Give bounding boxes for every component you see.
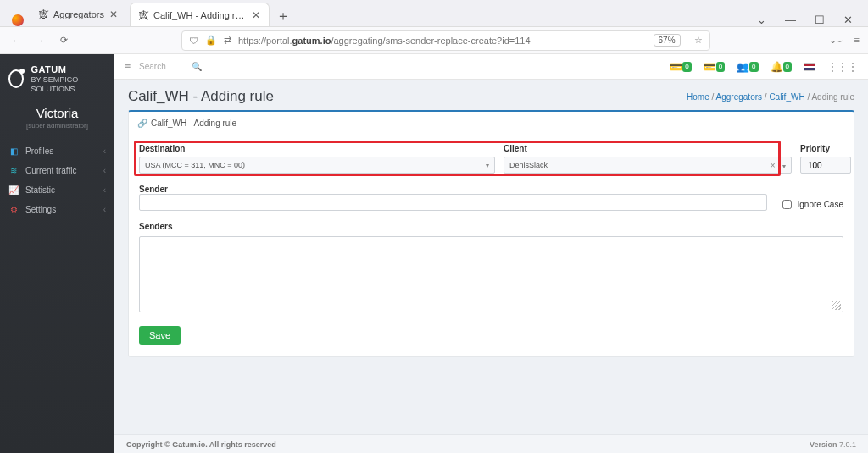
- chevron-left-icon: ‹: [103, 205, 106, 214]
- chevron-down-icon: ▾: [782, 163, 786, 170]
- brand: GATUM BY SEMPICO SOLUTIONS: [0, 54, 114, 99]
- zoom-indicator[interactable]: 67%: [654, 34, 681, 47]
- notif-credit-red[interactable]: 💳0: [704, 61, 725, 73]
- senders-label: Senders: [139, 222, 843, 231]
- sidebar-item-label: Statistic: [25, 185, 55, 195]
- menu-toggle-button[interactable]: ≡: [125, 61, 131, 73]
- profile-icon: ◧: [8, 146, 19, 156]
- tab-title: Calif_WH - Adding rule: [153, 10, 247, 20]
- notif-credit[interactable]: 💳0: [670, 61, 691, 73]
- panel-title: Calif_WH - Adding rule: [151, 119, 236, 128]
- client-value: DenisSlack: [509, 161, 548, 169]
- nav-forward-button: →: [32, 36, 47, 46]
- priority-input[interactable]: [800, 157, 851, 174]
- sidebar-item-profiles[interactable]: ◧Profiles ‹: [0, 141, 114, 161]
- priority-field[interactable]: [806, 160, 845, 171]
- clear-icon[interactable]: ×: [771, 161, 776, 170]
- sidebar: GATUM BY SEMPICO SOLUTIONS Victoria [sup…: [0, 54, 114, 453]
- sidebar-item-traffic[interactable]: ≋Current traffic ‹: [0, 161, 114, 180]
- apps-grid-icon[interactable]: ⋮⋮⋮: [827, 61, 858, 73]
- sender-label: Sender: [139, 185, 168, 194]
- chevron-down-icon[interactable]: ⌄: [757, 14, 766, 26]
- client-label: Client: [504, 144, 792, 153]
- statistic-icon: 📈: [8, 185, 19, 195]
- nav-reload-button[interactable]: ⟳: [56, 35, 71, 46]
- ignore-case-checkbox[interactable]: Ignore Case: [779, 197, 843, 212]
- sidebar-item-label: Profiles: [25, 146, 53, 156]
- sidebar-item-label: Current traffic: [25, 166, 76, 175]
- tab-title: Aggregators: [53, 9, 104, 19]
- page-title: Calif_WH - Adding rule: [128, 88, 274, 105]
- crumb-home[interactable]: Home: [687, 92, 709, 102]
- window-maximize-button[interactable]: ☐: [815, 14, 825, 26]
- close-icon[interactable]: ✕: [109, 8, 118, 20]
- link-icon: 🔗: [137, 119, 147, 128]
- app-menu-button[interactable]: ≡: [854, 35, 860, 46]
- notif-users[interactable]: 👥0: [737, 61, 758, 73]
- settings-icon: ⚙: [8, 205, 19, 214]
- panel: 🔗 Calif_WH - Adding rule Destination USA…: [128, 110, 854, 357]
- user-name: Victoria: [3, 106, 111, 120]
- user-role: [super administrator]: [3, 122, 111, 130]
- sidebar-item-statistic[interactable]: 📈Statistic ‹: [0, 180, 114, 200]
- url-bar[interactable]: 🛡 🔒 ⇄ https://portal.gatum.io/aggregatin…: [181, 30, 710, 51]
- window-close-button[interactable]: ✕: [843, 14, 853, 26]
- topbar: ≡ Search 🔍 💳0 💳0 👥0 🔔0 ⋮⋮⋮: [114, 54, 868, 80]
- destination-value: USA (MCC = 311, MNC = 00): [145, 161, 245, 169]
- language-flag[interactable]: [804, 63, 815, 71]
- permissions-icon: ⇄: [224, 35, 231, 46]
- browser-toolbar: ← → ⟳ 🛡 🔒 ⇄ https://portal.gatum.io/aggr…: [0, 27, 868, 54]
- pocket-icon[interactable]: ⌄⌣: [829, 35, 843, 46]
- senders-textarea[interactable]: [139, 236, 843, 312]
- chevron-left-icon: ‹: [103, 146, 106, 156]
- client-select[interactable]: DenisSlack × ▾: [504, 157, 792, 174]
- traffic-icon: ≋: [8, 166, 19, 175]
- shield-icon: 🛡: [189, 36, 198, 46]
- sender-input[interactable]: [139, 194, 767, 211]
- gatum-logo-icon: [8, 69, 24, 88]
- ignore-case-label: Ignore Case: [798, 200, 843, 209]
- search-input[interactable]: Search 🔍: [139, 62, 266, 71]
- crumb-current: Adding rule: [811, 92, 854, 102]
- save-button[interactable]: Save: [139, 326, 181, 345]
- breadcrumb: Home / Aggregators / Calif_WH / Adding r…: [687, 92, 854, 102]
- chevron-left-icon: ‹: [103, 166, 106, 175]
- url-text: https://portal.gatum.io/aggregating/sms-…: [238, 36, 531, 46]
- search-icon: 🔍: [192, 62, 202, 71]
- destination-select[interactable]: USA (MCC = 311, MNC = 00) ▾: [139, 157, 495, 174]
- chevron-left-icon: ‹: [103, 185, 106, 195]
- tab-favicon: 🕸: [39, 9, 48, 19]
- nav-back-button[interactable]: ←: [8, 36, 24, 46]
- notif-bell[interactable]: 🔔0: [771, 61, 792, 73]
- version-label: Version: [810, 440, 837, 449]
- footer: Copyright © Gatum.io. All rights reserve…: [114, 434, 868, 453]
- close-icon[interactable]: ✕: [252, 9, 260, 21]
- new-tab-button[interactable]: ＋: [273, 6, 293, 26]
- ignore-case-input[interactable]: [782, 200, 792, 209]
- browser-tab-aggregators[interactable]: 🕸 Aggregators ✕: [31, 3, 126, 26]
- destination-label: Destination: [139, 144, 495, 153]
- tab-favicon: 🕸: [139, 10, 148, 20]
- sidebar-item-label: Settings: [25, 205, 56, 214]
- copyright: Copyright © Gatum.io. All rights reserve…: [126, 440, 276, 449]
- brand-name: GATUM: [31, 64, 106, 75]
- search-placeholder: Search: [139, 62, 166, 71]
- firefox-logo: [5, 14, 31, 26]
- lock-icon: 🔒: [205, 35, 217, 46]
- chevron-down-icon: ▾: [486, 162, 489, 169]
- browser-tab-adding-rule[interactable]: 🕸 Calif_WH - Adding rule ✕: [130, 3, 270, 26]
- browser-tabstrip: 🕸 Aggregators ✕ 🕸 Calif_WH - Adding rule…: [0, 0, 868, 27]
- crumb-aggregators[interactable]: Aggregators: [716, 92, 762, 102]
- sidebar-item-settings[interactable]: ⚙Settings ‹: [0, 200, 114, 219]
- brand-sub: BY SEMPICO SOLUTIONS: [31, 75, 106, 94]
- resize-grip[interactable]: [832, 301, 841, 310]
- version-value: 7.0.1: [839, 440, 856, 449]
- priority-label: Priority: [800, 144, 851, 153]
- bookmark-star-icon[interactable]: ☆: [694, 35, 703, 46]
- crumb-item[interactable]: Calif_WH: [769, 92, 804, 102]
- window-minimize-button[interactable]: —: [785, 14, 796, 26]
